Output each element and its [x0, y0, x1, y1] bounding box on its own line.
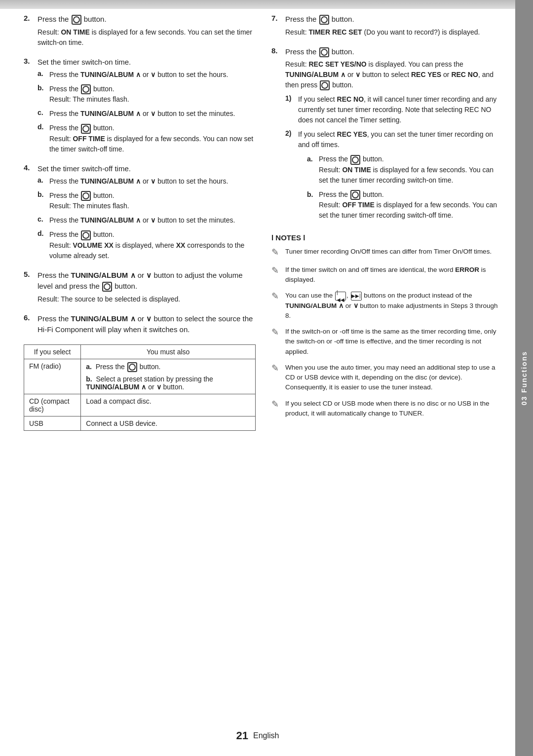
step-4b-content: Press the button. Result: The minutes fl…: [49, 190, 129, 211]
step-8-2: 2) If you select REC YES, you can set th…: [285, 129, 503, 225]
side-tab-text: 03 Functions: [520, 351, 528, 405]
note-5: ✎ When you use the auto timer, you may n…: [271, 363, 503, 393]
btn-icon-3b: [81, 84, 91, 94]
page-number: 21: [236, 729, 248, 742]
step-8-result: Result: REC SET YES/NO is displayed. You…: [285, 59, 503, 90]
step-8-2-content: If you select REC YES, you can set the t…: [298, 129, 503, 225]
note-4: ✎ If the switch-on or -off time is the s…: [271, 327, 503, 357]
note-2: ✎ If the timer switch on and off times a…: [271, 265, 503, 285]
step-4b: b. Press the button. Result: The minutes…: [38, 190, 256, 211]
note-1: ✎ Tuner timer recording On/Off times can…: [271, 247, 503, 259]
btn-icon-8: [319, 47, 329, 57]
btn-icon-4b: [81, 191, 91, 201]
note-5-text: When you use the auto timer, you may nee…: [285, 363, 503, 393]
step-6-num: 6.: [24, 313, 35, 322]
page-footer: 21 English: [0, 729, 515, 742]
step-2-result: Result: ON TIME is displayed for a few s…: [38, 27, 256, 48]
page-language: English: [253, 731, 279, 740]
step-4a: a. Press the TUNING/ALBUM ∧ or ∨ button …: [38, 176, 256, 187]
step-5: 5. Press the TUNING/ALBUM ∧ or ∨ button …: [24, 270, 256, 304]
step-2-num: 2.: [24, 14, 35, 22]
step-3b-label: b.: [38, 84, 46, 92]
next-btn-icon: ▶▶|: [351, 292, 362, 301]
note-icon-1: ✎: [271, 246, 281, 259]
step-8-1: 1) If you select REC NO, it will cancel …: [285, 94, 503, 125]
step-3a: a. Press the TUNING/ALBUM ∧ or ∨ button …: [38, 70, 256, 80]
step-8-2a-content: Press the button. Result: ON TIME is dis…: [319, 154, 503, 185]
step-4d-label: d.: [38, 229, 46, 237]
step-8-2b-content: Press the button. Result: OFF TIME is di…: [319, 189, 503, 221]
step-4c: c. Press the TUNING/ALBUM ∧ or ∨ button …: [38, 215, 256, 226]
step-3-text: Set the timer switch-on time.: [38, 57, 131, 68]
btn-icon-fm: [127, 362, 137, 372]
right-column: 7. Press the button. Result: TIMER REC S…: [271, 14, 503, 431]
step-5-num: 5.: [24, 270, 35, 278]
btn-icon-8-2a: [350, 155, 360, 165]
step-2: 2. Press the button. Result: ON TIME is …: [24, 14, 256, 48]
step-3b: b. Press the button. Result: The minutes…: [38, 84, 256, 105]
step-7-text: Press the button.: [285, 14, 354, 25]
note-1-text: Tuner timer recording On/Off times can d…: [285, 247, 503, 257]
note-icon-2: ✎: [271, 264, 281, 277]
step-8-substeps: 1) If you select REC NO, it will cancel …: [285, 94, 503, 225]
note-icon-6: ✎: [271, 398, 281, 411]
step-4c-label: c.: [38, 215, 46, 223]
note-6-text: If you select CD or USB mode when there …: [285, 399, 503, 419]
note-2-text: If the timer switch on and off times are…: [285, 265, 503, 285]
step-7-num: 7.: [271, 14, 282, 22]
step-3d: d. Press the button. Result: OFF TIME is…: [38, 123, 256, 154]
prev-btn-icon: |◀◀: [335, 292, 346, 301]
top-bar: [0, 0, 515, 9]
table-row-usb: USB Connect a USB device.: [24, 416, 256, 430]
step-3-substeps: a. Press the TUNING/ALBUM ∧ or ∨ button …: [38, 70, 256, 154]
step-8-text: Press the button.: [285, 46, 354, 58]
step-3: 3. Set the timer switch-on time. a. Pres…: [24, 57, 256, 154]
step-3-num: 3.: [24, 57, 35, 65]
step-3c-label: c.: [38, 109, 46, 116]
step-7: 7. Press the button. Result: TIMER REC S…: [271, 14, 503, 38]
note-6: ✎ If you select CD or USB mode when ther…: [271, 399, 503, 419]
step-4-substeps: a. Press the TUNING/ALBUM ∧ or ∨ button …: [38, 176, 256, 261]
note-3: ✎ You can use the |◀◀, ▶▶| buttons on th…: [271, 291, 503, 321]
step-4b-label: b.: [38, 190, 46, 198]
step-5-text: Press the TUNING/ALBUM ∧ or ∨ button to …: [38, 270, 256, 292]
step-8-1-content: If you select REC NO, it will cancel tun…: [298, 94, 503, 125]
table-cell-cd-action: Load a compact disc.: [81, 394, 256, 416]
step-6: 6. Press the TUNING/ALBUM ∧ or ∨ button …: [24, 313, 256, 336]
notes-section: l NOTES l ✎ Tuner timer recording On/Off…: [271, 233, 503, 418]
table-cell-fm-label: FM (radio): [24, 359, 81, 394]
step-8: 8. Press the button. Result: REC SET YES…: [271, 46, 503, 225]
btn-icon-step2: [72, 15, 81, 25]
main-content: 2. Press the button. Result: ON TIME is …: [24, 14, 503, 431]
table-row-cd: CD (compact disc) Load a compact disc.: [24, 394, 256, 416]
btn-icon-8b: [320, 80, 330, 90]
note-3-text: You can use the |◀◀, ▶▶| buttons on the …: [285, 291, 503, 321]
step-3a-label: a.: [38, 70, 46, 77]
step-8-2b-label: b.: [307, 189, 316, 221]
side-tab: 03 Functions: [515, 0, 533, 756]
step-6-text: Press the TUNING/ALBUM ∧ or ∨ button to …: [38, 313, 256, 336]
step-4-text: Set the timer switch-off time.: [38, 163, 131, 175]
table-header-must: You must also: [81, 344, 256, 359]
note-icon-4: ✎: [271, 326, 281, 339]
step-8-2a-label: a.: [307, 154, 316, 185]
btn-icon-4d: [81, 230, 91, 240]
table-row-fm: FM (radio) a. Press the button. b. Selec…: [24, 359, 256, 394]
step-4c-content: Press the TUNING/ALBUM ∧ or ∨ button to …: [49, 215, 235, 226]
btn-icon-8-2b: [350, 190, 360, 200]
step-3c-content: Press the TUNING/ALBUM ∧ or ∨ button to …: [49, 109, 235, 119]
step-4a-content: Press the TUNING/ALBUM ∧ or ∨ button to …: [49, 176, 228, 187]
table-cell-fm-action: a. Press the button. b. Select a preset …: [81, 359, 256, 394]
step-3d-content: Press the button. Result: OFF TIME is di…: [49, 123, 256, 154]
step-3b-content: Press the button. Result: The minutes fl…: [49, 84, 129, 105]
step-8-2-substeps: a. Press the button. Result: ON TIME is …: [307, 154, 503, 221]
btn-icon-5: [102, 282, 112, 292]
note-icon-5: ✎: [271, 362, 281, 375]
table-cell-usb-action: Connect a USB device.: [81, 416, 256, 430]
step-8-2b: b. Press the button. Result: OFF TIME is…: [307, 189, 503, 221]
step-3c: c. Press the TUNING/ALBUM ∧ or ∨ button …: [38, 109, 256, 119]
left-column: 2. Press the button. Result: ON TIME is …: [24, 14, 256, 431]
note-4-text: If the switch-on or -off time is the sam…: [285, 327, 503, 357]
notes-title: l NOTES l: [271, 233, 503, 242]
step-3a-content: Press the TUNING/ALBUM ∧ or ∨ button to …: [49, 70, 228, 80]
